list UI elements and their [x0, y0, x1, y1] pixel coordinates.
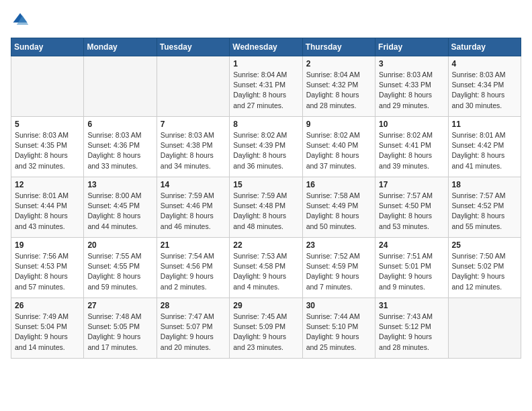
day-number: 3: [379, 59, 444, 68]
day-cell: 4Sunrise: 8:03 AM Sunset: 4:34 PM Daylig…: [448, 56, 521, 117]
week-row-4: 19Sunrise: 7:56 AM Sunset: 4:53 PM Dayli…: [11, 238, 521, 298]
day-cell: 26Sunrise: 7:49 AM Sunset: 5:04 PM Dayli…: [11, 298, 84, 359]
day-info: Sunrise: 7:59 AM Sunset: 4:48 PM Dayligh…: [233, 191, 298, 232]
day-cell: 16Sunrise: 7:58 AM Sunset: 4:49 PM Dayli…: [302, 177, 375, 238]
day-cell: [84, 56, 157, 117]
day-number: 21: [161, 240, 226, 250]
day-cell: 12Sunrise: 8:01 AM Sunset: 4:44 PM Dayli…: [11, 177, 84, 238]
day-info: Sunrise: 7:47 AM Sunset: 5:07 PM Dayligh…: [161, 312, 226, 353]
day-cell: 8Sunrise: 8:02 AM Sunset: 4:39 PM Daylig…: [230, 117, 302, 177]
day-cell: 6Sunrise: 8:03 AM Sunset: 4:36 PM Daylig…: [84, 117, 157, 177]
day-number: 19: [15, 240, 80, 250]
day-number: 7: [161, 120, 226, 129]
day-info: Sunrise: 7:44 AM Sunset: 5:10 PM Dayligh…: [306, 312, 371, 353]
day-info: Sunrise: 8:02 AM Sunset: 4:41 PM Dayligh…: [379, 130, 444, 171]
day-info: Sunrise: 7:52 AM Sunset: 4:59 PM Dayligh…: [306, 251, 371, 292]
day-cell: [448, 298, 521, 359]
day-info: Sunrise: 8:00 AM Sunset: 4:45 PM Dayligh…: [87, 191, 152, 232]
day-cell: 5Sunrise: 8:03 AM Sunset: 4:35 PM Daylig…: [11, 117, 84, 177]
day-cell: 9Sunrise: 8:02 AM Sunset: 4:40 PM Daylig…: [302, 117, 375, 177]
day-number: 10: [379, 120, 444, 129]
day-number: 1: [233, 59, 298, 68]
column-header-sunday: Sunday: [11, 38, 84, 56]
week-row-2: 5Sunrise: 8:03 AM Sunset: 4:35 PM Daylig…: [11, 117, 521, 177]
day-info: Sunrise: 8:03 AM Sunset: 4:33 PM Dayligh…: [379, 70, 444, 111]
day-info: Sunrise: 8:04 AM Sunset: 4:31 PM Dayligh…: [233, 70, 298, 111]
week-row-3: 12Sunrise: 8:01 AM Sunset: 4:44 PM Dayli…: [11, 177, 521, 238]
day-cell: 20Sunrise: 7:55 AM Sunset: 4:55 PM Dayli…: [84, 238, 157, 298]
day-cell: 24Sunrise: 7:51 AM Sunset: 5:01 PM Dayli…: [375, 238, 448, 298]
day-info: Sunrise: 8:01 AM Sunset: 4:42 PM Dayligh…: [452, 130, 517, 171]
week-row-1: 1Sunrise: 8:04 AM Sunset: 4:31 PM Daylig…: [11, 56, 521, 117]
logo-icon: [11, 11, 30, 30]
day-cell: 21Sunrise: 7:54 AM Sunset: 4:56 PM Dayli…: [157, 238, 229, 298]
day-number: 9: [306, 120, 371, 129]
day-number: 16: [306, 180, 371, 189]
day-info: Sunrise: 7:55 AM Sunset: 4:55 PM Dayligh…: [87, 251, 152, 292]
day-info: Sunrise: 7:49 AM Sunset: 5:04 PM Dayligh…: [15, 312, 80, 353]
column-header-monday: Monday: [84, 38, 157, 56]
day-number: 12: [15, 180, 80, 189]
day-info: Sunrise: 7:48 AM Sunset: 5:05 PM Dayligh…: [87, 312, 152, 353]
day-number: 18: [452, 180, 517, 189]
day-number: 2: [306, 59, 371, 68]
day-cell: 30Sunrise: 7:44 AM Sunset: 5:10 PM Dayli…: [302, 298, 375, 359]
day-cell: 13Sunrise: 8:00 AM Sunset: 4:45 PM Dayli…: [84, 177, 157, 238]
day-number: 26: [15, 301, 80, 310]
day-cell: 15Sunrise: 7:59 AM Sunset: 4:48 PM Dayli…: [230, 177, 302, 238]
column-header-tuesday: Tuesday: [157, 38, 229, 56]
day-info: Sunrise: 7:45 AM Sunset: 5:09 PM Dayligh…: [233, 312, 298, 353]
day-info: Sunrise: 7:50 AM Sunset: 5:02 PM Dayligh…: [452, 251, 517, 292]
day-number: 28: [161, 301, 226, 310]
column-header-friday: Friday: [375, 38, 448, 56]
week-row-5: 26Sunrise: 7:49 AM Sunset: 5:04 PM Dayli…: [11, 298, 521, 359]
day-info: Sunrise: 8:03 AM Sunset: 4:34 PM Dayligh…: [452, 70, 517, 111]
day-cell: 29Sunrise: 7:45 AM Sunset: 5:09 PM Dayli…: [230, 298, 302, 359]
day-cell: 10Sunrise: 8:02 AM Sunset: 4:41 PM Dayli…: [375, 117, 448, 177]
day-info: Sunrise: 8:01 AM Sunset: 4:44 PM Dayligh…: [15, 191, 80, 232]
day-number: 14: [161, 180, 226, 189]
day-info: Sunrise: 7:54 AM Sunset: 4:56 PM Dayligh…: [161, 251, 226, 292]
day-cell: 17Sunrise: 7:57 AM Sunset: 4:50 PM Dayli…: [375, 177, 448, 238]
day-number: 13: [87, 180, 152, 189]
page-header: [11, 11, 521, 30]
day-number: 31: [379, 301, 444, 310]
day-number: 24: [379, 240, 444, 250]
day-cell: 27Sunrise: 7:48 AM Sunset: 5:05 PM Dayli…: [84, 298, 157, 359]
day-number: 11: [452, 120, 517, 129]
logo: [11, 11, 32, 30]
day-cell: 11Sunrise: 8:01 AM Sunset: 4:42 PM Dayli…: [448, 117, 521, 177]
day-cell: 19Sunrise: 7:56 AM Sunset: 4:53 PM Dayli…: [11, 238, 84, 298]
day-number: 30: [306, 301, 371, 310]
day-info: Sunrise: 7:43 AM Sunset: 5:12 PM Dayligh…: [379, 312, 444, 353]
day-cell: 18Sunrise: 7:57 AM Sunset: 4:52 PM Dayli…: [448, 177, 521, 238]
day-number: 25: [452, 240, 517, 250]
column-header-saturday: Saturday: [448, 38, 521, 56]
day-number: 8: [233, 120, 298, 129]
day-number: 27: [87, 301, 152, 310]
day-info: Sunrise: 8:02 AM Sunset: 4:39 PM Dayligh…: [233, 130, 298, 171]
day-info: Sunrise: 7:59 AM Sunset: 4:46 PM Dayligh…: [161, 191, 226, 232]
calendar-table: SundayMondayTuesdayWednesdayThursdayFrid…: [11, 38, 521, 359]
day-info: Sunrise: 7:58 AM Sunset: 4:49 PM Dayligh…: [306, 191, 371, 232]
day-number: 4: [452, 59, 517, 68]
day-info: Sunrise: 7:53 AM Sunset: 4:58 PM Dayligh…: [233, 251, 298, 292]
day-cell: 28Sunrise: 7:47 AM Sunset: 5:07 PM Dayli…: [157, 298, 229, 359]
day-number: 17: [379, 180, 444, 189]
day-info: Sunrise: 8:03 AM Sunset: 4:36 PM Dayligh…: [87, 130, 152, 171]
day-number: 5: [15, 120, 80, 129]
day-cell: 1Sunrise: 8:04 AM Sunset: 4:31 PM Daylig…: [230, 56, 302, 117]
calendar-header-row: SundayMondayTuesdayWednesdayThursdayFrid…: [11, 38, 521, 56]
day-info: Sunrise: 8:02 AM Sunset: 4:40 PM Dayligh…: [306, 130, 371, 171]
day-info: Sunrise: 8:04 AM Sunset: 4:32 PM Dayligh…: [306, 70, 371, 111]
day-cell: 7Sunrise: 8:03 AM Sunset: 4:38 PM Daylig…: [157, 117, 229, 177]
day-number: 20: [87, 240, 152, 250]
day-cell: 3Sunrise: 8:03 AM Sunset: 4:33 PM Daylig…: [375, 56, 448, 117]
day-number: 6: [87, 120, 152, 129]
day-info: Sunrise: 8:03 AM Sunset: 4:35 PM Dayligh…: [15, 130, 80, 171]
day-cell: 23Sunrise: 7:52 AM Sunset: 4:59 PM Dayli…: [302, 238, 375, 298]
day-info: Sunrise: 7:57 AM Sunset: 4:52 PM Dayligh…: [452, 191, 517, 232]
day-cell: 22Sunrise: 7:53 AM Sunset: 4:58 PM Dayli…: [230, 238, 302, 298]
day-info: Sunrise: 7:56 AM Sunset: 4:53 PM Dayligh…: [15, 251, 80, 292]
day-cell: [11, 56, 84, 117]
